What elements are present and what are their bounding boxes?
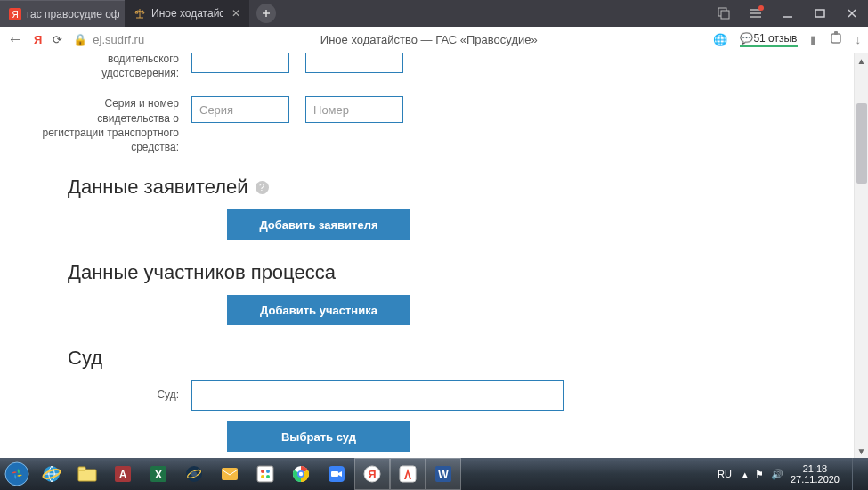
- svg-text:X: X: [155, 469, 162, 481]
- svg-text:A: A: [119, 469, 127, 481]
- taskbar-zoom-icon[interactable]: [319, 458, 354, 490]
- tray-chevron-icon[interactable]: ▴: [742, 469, 748, 480]
- svg-rect-5: [815, 10, 824, 17]
- window-controls: [708, 0, 868, 27]
- yandex-icon: Я: [9, 8, 21, 20]
- menu-button[interactable]: [740, 0, 772, 27]
- svg-rect-11: [78, 470, 96, 481]
- svg-text:Я: Я: [368, 468, 376, 481]
- tab-motion-page[interactable]: Иное ходатайство — Г... ✕: [125, 0, 249, 27]
- taskbar-paint-icon[interactable]: [247, 458, 283, 490]
- browser-address-bar: ← Я ⟳ 🔒 ej.sudrf.ru Иное ходатайство — Г…: [0, 27, 868, 53]
- svg-rect-30: [331, 471, 338, 477]
- vehicle-cert-series-input[interactable]: [191, 96, 289, 123]
- add-applicant-button[interactable]: Добавить заявителя: [227, 209, 410, 240]
- section-applicants: Данные заявителей ?: [68, 176, 868, 199]
- taskbar-galaxy-icon[interactable]: [176, 458, 212, 490]
- taskbar-explorer-icon[interactable]: [69, 458, 105, 490]
- tray-volume-icon[interactable]: 🔊: [771, 469, 783, 480]
- tray-time: 21:18: [791, 463, 840, 474]
- window-maximize[interactable]: [804, 0, 836, 27]
- svg-point-25: [266, 475, 270, 478]
- svg-text:W: W: [438, 469, 449, 481]
- tab-label: Иное ходатайство — Г...: [151, 7, 223, 20]
- tab-close-icon[interactable]: ✕: [228, 7, 244, 20]
- vehicle-cert-number-input[interactable]: [305, 96, 403, 123]
- svg-rect-33: [400, 466, 416, 482]
- reload-button[interactable]: ⟳: [53, 33, 62, 46]
- add-participant-button[interactable]: Добавить участника: [227, 295, 410, 325]
- svg-point-23: [266, 470, 270, 473]
- tabs-overview-button[interactable]: [708, 0, 740, 27]
- svg-rect-4: [721, 11, 729, 19]
- bookmark-icon[interactable]: ▮: [810, 33, 816, 46]
- scroll-up-arrow-icon[interactable]: ▲: [855, 53, 868, 68]
- reviews-pill[interactable]: 💬51 отзыв: [740, 32, 797, 47]
- svg-point-8: [5, 462, 28, 486]
- tab-label: гас правосудие официал: [27, 8, 119, 20]
- back-button[interactable]: ←: [7, 30, 23, 49]
- tray-language[interactable]: RU: [714, 467, 735, 481]
- taskbar-excel-icon[interactable]: X: [141, 458, 176, 490]
- svg-rect-7: [834, 31, 838, 35]
- court-input[interactable]: [191, 380, 564, 411]
- start-button[interactable]: [0, 458, 34, 490]
- translate-icon[interactable]: 🌐: [713, 33, 727, 46]
- svg-rect-6: [831, 34, 840, 43]
- tray-clock[interactable]: 21:18 27.11.2020: [791, 463, 840, 485]
- tray-flag-icon[interactable]: ⚑: [755, 469, 764, 480]
- label-vehicle-cert: Серия и номер свидетельства о регистраци…: [36, 96, 191, 154]
- taskbar-outlook-icon[interactable]: [212, 458, 247, 490]
- plus-icon: [261, 8, 272, 19]
- system-tray: ▴ ⚑ 🔊: [742, 469, 783, 480]
- page-viewport: водительского удостоверения: Серия и ном…: [0, 53, 868, 458]
- page-title: Иное ходатайство — ГАС «Правосудие»: [155, 33, 702, 46]
- section-court: Суд: [68, 347, 868, 370]
- choose-court-button[interactable]: Выбрать суд: [227, 421, 410, 452]
- svg-rect-12: [78, 467, 85, 470]
- scrollbar-thumb[interactable]: [856, 103, 867, 184]
- label-driver-license-2: удостоверения:: [101, 67, 179, 79]
- section-participants: Данные участников процесса: [68, 261, 868, 284]
- windows-taskbar: A X Я W RU ▴ ⚑ 🔊 21:18 27.11.2020: [0, 458, 868, 490]
- svg-point-19: [191, 471, 197, 477]
- taskbar-chrome-icon[interactable]: [283, 458, 319, 490]
- window-minimize[interactable]: [772, 0, 804, 27]
- new-tab-button[interactable]: [256, 4, 276, 23]
- window-close[interactable]: [836, 0, 868, 27]
- downloads-icon[interactable]: ↓: [856, 33, 862, 46]
- label-driver-license-1: водительского: [108, 53, 179, 65]
- tray-date: 27.11.2020: [791, 474, 840, 485]
- taskbar-accdb-icon[interactable]: A: [105, 458, 141, 490]
- taskbar-word-icon[interactable]: W: [426, 458, 461, 490]
- vertical-scrollbar[interactable]: ▲ ▼: [854, 53, 868, 458]
- url-text: ej.sudrf.ru: [93, 33, 144, 46]
- driver-license-series-input[interactable]: [191, 53, 289, 73]
- svg-rect-20: [222, 468, 238, 480]
- svg-text:Я: Я: [12, 10, 18, 20]
- svg-point-24: [261, 475, 264, 478]
- help-icon[interactable]: ?: [256, 181, 269, 194]
- scales-icon: [134, 7, 146, 20]
- tab-gas-search[interactable]: Я гас правосудие официал: [0, 0, 125, 27]
- scroll-down-arrow-icon[interactable]: ▼: [855, 444, 868, 458]
- taskbar-yandex-alt-icon[interactable]: Я: [354, 458, 390, 490]
- taskbar-ie-icon[interactable]: [34, 458, 69, 490]
- extensions-icon[interactable]: [829, 31, 843, 48]
- svg-rect-21: [257, 466, 273, 482]
- url-box[interactable]: 🔒 ej.sudrf.ru: [73, 33, 144, 46]
- yandex-home-button[interactable]: Я: [34, 33, 42, 46]
- form-content: водительского удостоверения: Серия и ном…: [0, 53, 868, 458]
- driver-license-number-input[interactable]: [305, 53, 403, 73]
- lock-icon: 🔒: [73, 33, 87, 46]
- taskbar-yandex-browser-icon[interactable]: [390, 458, 426, 490]
- label-court: Суд:: [36, 380, 191, 402]
- browser-titlebar: Я гас правосудие официал Иное ходатайств…: [0, 0, 868, 27]
- svg-point-22: [261, 470, 264, 473]
- svg-point-28: [299, 472, 303, 476]
- show-desktop-button[interactable]: [852, 458, 861, 490]
